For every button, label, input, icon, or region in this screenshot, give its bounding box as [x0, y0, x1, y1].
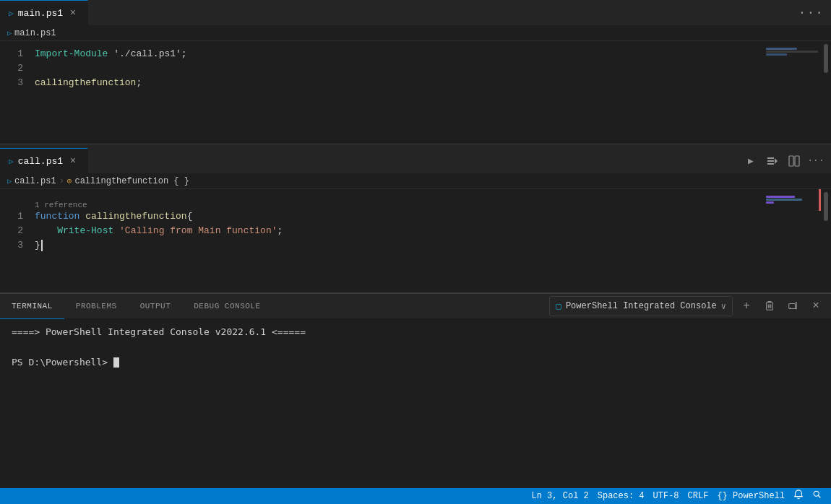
- top-code-line-3: callingthefunction;: [35, 76, 763, 90]
- status-position[interactable]: Ln 3, Col 2: [532, 491, 589, 501]
- svg-marker-3: [775, 158, 778, 164]
- terminal-tab-bar: TERMINAL PROBLEMS OUTPUT DEBUG CONSOLE ▢…: [0, 294, 831, 319]
- terminal-tab-output[interactable]: OUTPUT: [129, 294, 183, 319]
- terminal-blank-line: [12, 340, 819, 355]
- bottom-scrollbar[interactable]: [821, 189, 831, 292]
- terminal-instance-selector[interactable]: ▢ PowerShell Integrated Console ∨: [549, 296, 733, 316]
- svg-rect-0: [767, 157, 774, 159]
- terminal-tab-actions: ▢ PowerShell Integrated Console ∨ +: [549, 296, 831, 316]
- bottom-more-button[interactable]: ···: [806, 152, 825, 170]
- bottom-code-content[interactable]: 1 reference function callingthefunction{…: [29, 189, 763, 292]
- status-eol[interactable]: CRLF: [688, 491, 709, 501]
- svg-rect-5: [795, 156, 799, 166]
- bottom-code-line-1: function callingthefunction{: [35, 209, 763, 224]
- bottom-breadcrumb: ▷ call.ps1 › ⊙ callingthefunction { }: [0, 173, 831, 189]
- bottom-breadcrumb-file: call.ps1: [14, 176, 56, 186]
- terminal-close-button[interactable]: ×: [806, 297, 825, 316]
- status-notifications[interactable]: [793, 490, 804, 503]
- terminal-prompt: PS D:\Powershell>: [12, 357, 108, 368]
- bottom-minimap: [763, 189, 821, 292]
- bottom-breadcrumb-symbol: callingthefunction { }: [74, 176, 189, 186]
- bottom-tab-label-call: call.ps1: [18, 156, 63, 167]
- status-search[interactable]: [812, 490, 822, 503]
- top-code-area: 1 2 3 Import-Module './call.ps1'; callin…: [0, 41, 831, 144]
- svg-line-13: [818, 495, 820, 498]
- bottom-editor-actions: ▶ ···: [741, 152, 831, 170]
- top-code-line-1: Import-Module './call.ps1';: [35, 47, 763, 61]
- bottom-editor-tabbar: ▷ call.ps1 × ▶: [0, 148, 831, 173]
- run-selection-button[interactable]: [763, 152, 782, 170]
- top-tab-close-main[interactable]: ×: [67, 7, 79, 19]
- svg-rect-4: [789, 156, 793, 166]
- top-breadcrumb: ▷ main.ps1: [0, 25, 831, 41]
- terminal-chevron-down: ∨: [721, 301, 726, 312]
- bottom-line-numbers: _ 1 2 3: [0, 189, 29, 292]
- terminal-container: TERMINAL PROBLEMS OUTPUT DEBUG CONSOLE ▢…: [0, 293, 831, 488]
- status-spaces[interactable]: Spaces: 4: [598, 491, 645, 501]
- svg-rect-7: [767, 301, 771, 303]
- top-code-content[interactable]: Import-Module './call.ps1'; callingthefu…: [29, 41, 763, 144]
- svg-rect-2: [767, 163, 774, 165]
- terminal-tab-debug[interactable]: DEBUG CONSOLE: [182, 294, 272, 319]
- terminal-instance-label: PowerShell Integrated Console: [566, 301, 717, 311]
- bottom-tab-call-ps1[interactable]: ▷ call.ps1 ×: [0, 148, 88, 173]
- top-tab-label-main: main.ps1: [18, 8, 63, 19]
- top-editor-more[interactable]: ···: [791, 6, 831, 20]
- terminal-max-button[interactable]: [783, 297, 802, 316]
- bottom-code-line-3: }: [35, 238, 763, 253]
- run-button[interactable]: ▶: [741, 152, 760, 170]
- top-tab-main-ps1[interactable]: ▷ main.ps1 ×: [0, 0, 88, 25]
- top-editor-tabbar: ▷ main.ps1 × ···: [0, 0, 831, 25]
- terminal-tab-terminal[interactable]: TERMINAL: [0, 294, 64, 319]
- status-language[interactable]: {} PowerShell: [717, 491, 785, 501]
- svg-point-12: [814, 491, 819, 496]
- bottom-breadcrumb-ps-icon: ▷: [7, 177, 12, 186]
- terminal-add-button[interactable]: +: [737, 297, 756, 316]
- bottom-tab-close-call[interactable]: ×: [67, 155, 79, 167]
- terminal-tab-problems[interactable]: PROBLEMS: [64, 294, 129, 319]
- terminal-welcome-line: ====> PowerShell Integrated Console v202…: [12, 325, 819, 340]
- status-right: Ln 3, Col 2 Spaces: 4 UTF-8 CRLF {} Powe…: [532, 490, 822, 503]
- bottom-code-area: _ 1 2 3 1 reference function callingthef…: [0, 189, 831, 292]
- terminal-prompt-line: PS D:\Powershell>: [12, 355, 819, 370]
- terminal-cursor: [113, 357, 119, 368]
- bottom-code-line-2: Write-Host 'Calling from Main function';: [35, 224, 763, 238]
- top-scrollbar[interactable]: [821, 41, 831, 144]
- top-breadcrumb-icon: ▷: [7, 29, 12, 38]
- top-tab-icon-main: ▷: [9, 9, 14, 18]
- bottom-breadcrumb-func-icon: ⊙: [67, 176, 72, 186]
- top-line-numbers: 1 2 3: [0, 41, 29, 144]
- terminal-kill-button[interactable]: [760, 297, 779, 316]
- terminal-content[interactable]: ====> PowerShell Integrated Console v202…: [0, 319, 831, 488]
- reference-hint: 1 reference: [35, 195, 763, 209]
- top-breadcrumb-file: main.ps1: [14, 28, 56, 38]
- split-editor-button[interactable]: [785, 152, 804, 170]
- status-bar: Ln 3, Col 2 Spaces: 4 UTF-8 CRLF {} Powe…: [0, 488, 831, 504]
- svg-rect-1: [767, 160, 774, 162]
- terminal-instance-ps-icon: ▢: [556, 300, 561, 312]
- top-minimap: [763, 41, 821, 144]
- bottom-tab-icon-call: ▷: [9, 157, 14, 166]
- top-code-line-2: [35, 61, 763, 76]
- status-encoding[interactable]: UTF-8: [653, 491, 679, 501]
